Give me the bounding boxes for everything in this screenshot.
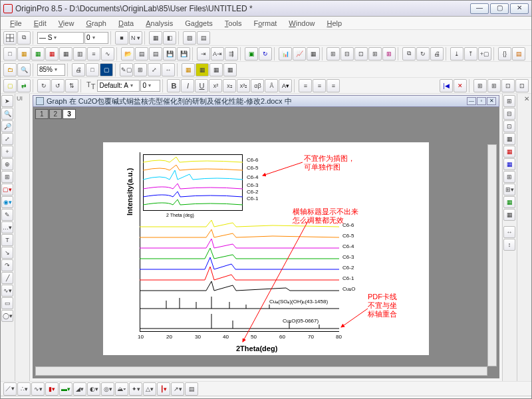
close-button[interactable]: ✕ [510,3,529,14]
duplicate-icon[interactable]: ⧉ [402,47,416,61]
pointer-icon[interactable]: ➤ [1,95,13,107]
exchange-icon[interactable]: ⇄ [17,79,31,92]
r2-icon[interactable]: ⊟ [503,108,515,120]
r7-icon[interactable]: ⊞ [503,171,515,183]
chart2-icon[interactable]: 📈 [293,47,306,61]
slide-icon[interactable]: ▤ [512,47,525,61]
rect-tool-icon[interactable]: ▭ [1,297,13,309]
surface-icon[interactable]: ⛰▾ [115,382,128,396]
new-layer2-icon[interactable]: ▢ [3,79,17,92]
palette-icon[interactable]: ▦ [149,31,162,45]
recalc-icon[interactable]: ↻ [259,47,272,61]
layer-tab-3[interactable]: 3 [63,109,76,119]
scatter-plot-icon[interactable]: ∴▾ [17,382,31,396]
area-plot-icon[interactable]: ◢▾ [73,382,86,396]
subscript-icon[interactable]: x₂ [223,79,236,92]
merge-icon[interactable]: ⊞ [382,47,396,61]
palette2-icon[interactable]: ▦ [223,63,237,76]
new-layout-icon[interactable]: ▥ [73,47,86,61]
fill-icon[interactable]: ◧ [163,31,176,45]
menu-view[interactable]: View [53,19,80,28]
mask-icon[interactable]: ▢▾ [1,184,13,196]
z2-icon[interactable]: ⊞ [487,79,501,92]
menu-tools[interactable]: Tools [219,19,247,28]
draw-data-icon[interactable]: ✎ [1,209,13,221]
menu-format[interactable]: Format [248,19,282,28]
layer-tab-2[interactable]: 2 [49,109,63,119]
new-matrix-icon[interactable]: ▦ [59,47,72,61]
font-inc-icon[interactable]: Å [265,79,278,92]
pattern-icon[interactable]: ▤ [197,31,210,45]
scale-icon[interactable]: ⤢ [148,63,161,76]
rescale2-icon[interactable]: ⤢ [1,133,13,145]
screen-reader-icon[interactable]: + [1,146,13,158]
import-ascii-icon[interactable]: A⇥ [211,47,224,61]
polar-icon[interactable]: ✦▾ [129,382,142,396]
r10-icon[interactable]: ▦ [503,209,515,221]
import-wizard-icon[interactable]: ⇥ [197,47,210,61]
colormap-icon[interactable]: ▦ [209,63,223,76]
curved-arrow-icon[interactable]: ↷ [1,259,13,271]
blank-icon[interactable]: □ [86,63,99,76]
r6-icon[interactable]: ▦ [503,158,515,170]
chart3-icon[interactable]: ▦ [307,47,320,61]
flip-icon[interactable]: ⇅ [65,79,78,92]
move-data-icon[interactable]: …▾ [1,221,13,233]
r4-icon[interactable]: ▦ [503,133,515,145]
polyline-icon[interactable]: ∿▾ [1,285,13,297]
copy-icon[interactable]: ⧉ [17,31,31,45]
screen-icon[interactable]: ▢ [100,63,113,76]
save-template-icon[interactable]: 💾 [177,47,190,61]
open-icon[interactable]: 📂 [121,47,134,61]
line-style-select[interactable]: — S [37,32,84,44]
contour-icon[interactable]: ◎▾ [101,382,114,396]
new-notes-icon[interactable]: ≡ [87,47,100,61]
layer-tab-1[interactable]: 1 [35,109,49,119]
font-size-select[interactable]: 0 [140,80,160,92]
rescale-icon[interactable]: ↔ [162,63,175,76]
r9-icon[interactable]: ▦ [503,196,515,208]
new-worksheet-icon[interactable]: ▦ [17,47,31,61]
menu-file[interactable]: File [5,19,27,28]
marker-size-icon[interactable]: N ▾ [129,31,142,45]
z3-icon[interactable]: ⊡ [501,79,515,92]
region-icon[interactable]: ◉▾ [1,196,13,208]
text-tool-icon[interactable]: T [1,234,13,246]
new-function-icon[interactable]: ∿ [101,47,114,61]
graph-min-button[interactable]: — [467,97,476,105]
import-multi-icon[interactable]: ⇶ [225,47,238,61]
zoom-select[interactable]: 85% [37,64,65,76]
z4-icon[interactable]: ⊡ [515,79,529,92]
graph-window-titlebar[interactable]: Graph 在 Cu2O包覆碱式铜盐核壳型催化剂的研制及催化性能-修改2.doc… [33,95,499,107]
r3-icon[interactable]: ⊡ [503,120,515,132]
theme2-icon[interactable]: ▦ [196,63,209,76]
font-family-select[interactable]: Default: A [97,80,140,92]
batch-icon[interactable]: ▣ [245,47,258,61]
r12-icon[interactable]: ↕ [503,239,515,251]
chart1-icon[interactable]: 📊 [279,47,292,61]
r11-icon[interactable]: ↔ [503,226,515,238]
marker-square-icon[interactable]: ■ [115,31,128,45]
menu-window[interactable]: Window [283,19,320,28]
data-reader-icon[interactable]: ⊕ [1,158,13,170]
find-icon[interactable]: 🔍 [17,63,31,76]
code-icon[interactable]: {} [498,47,511,61]
underline-icon[interactable]: U [195,79,208,92]
zoom-out-icon[interactable]: 🔎 [1,120,13,132]
zoom-in-icon[interactable]: 🔍 [1,108,13,120]
vector-icon[interactable]: ↗▾ [171,382,184,396]
open-excel-icon[interactable]: ▤ [149,47,162,61]
superscript-icon[interactable]: x² [209,79,222,92]
line-tool-icon[interactable]: ╱ [1,272,13,284]
new-excel-icon[interactable]: ▦ [31,47,45,61]
graph-vscroll[interactable] [487,144,497,366]
menu-graph[interactable]: Graph [80,19,112,28]
new-project-icon[interactable]: □ [3,47,17,61]
goto-start-icon[interactable]: |◀ [440,79,453,92]
menu-gadgets[interactable]: Gadgets [180,19,218,28]
new-graph-icon[interactable]: ▦ [45,47,59,61]
rotate2-icon[interactable]: ↺ [51,79,65,92]
extract-icon[interactable]: ⤓ [450,47,464,61]
data-selector-icon[interactable]: ⊞ [1,171,13,183]
font-color-icon[interactable]: A▾ [279,79,292,92]
